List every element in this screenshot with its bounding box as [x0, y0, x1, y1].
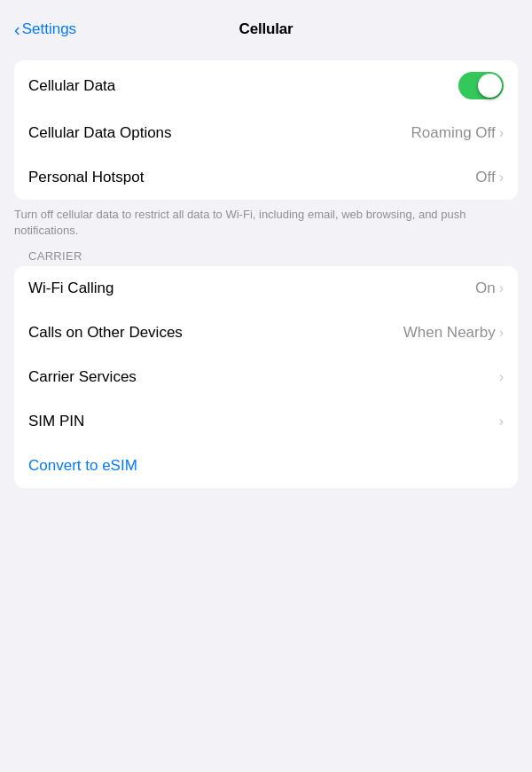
carrier-services-label: Carrier Services: [28, 368, 137, 386]
cellular-data-options-right: Roaming Off ›: [411, 124, 504, 142]
sim-pin-label: SIM PIN: [28, 413, 84, 430]
wifi-calling-row[interactable]: Wi-Fi Calling On ›: [14, 266, 518, 311]
content-area: Cellular Data Cellular Data Options Roam…: [0, 53, 532, 502]
cellular-data-row[interactable]: Cellular Data: [14, 60, 518, 111]
back-label: Settings: [22, 20, 76, 38]
back-button[interactable]: ‹ Settings: [14, 20, 76, 40]
calls-other-devices-chevron: ›: [499, 325, 504, 341]
calls-other-devices-row[interactable]: Calls on Other Devices When Nearby ›: [14, 311, 518, 355]
convert-esim-label: Convert to eSIM: [28, 457, 137, 475]
personal-hotspot-row[interactable]: Personal Hotspot Off ›: [14, 155, 518, 200]
carrier-section: Wi-Fi Calling On › Calls on Other Device…: [14, 266, 518, 488]
sim-pin-chevron: ›: [499, 414, 504, 429]
carrier-services-chevron: ›: [499, 369, 504, 385]
toggle-knob: [478, 74, 502, 98]
wifi-calling-chevron: ›: [499, 280, 504, 296]
carrier-services-right: ›: [499, 369, 504, 385]
carrier-section-header: CARRIER: [28, 249, 518, 263]
sim-pin-right: ›: [499, 414, 504, 429]
cellular-data-options-value: Roaming Off: [411, 124, 496, 142]
calls-other-devices-value: When Nearby: [403, 324, 496, 342]
sim-pin-row[interactable]: SIM PIN ›: [14, 399, 518, 444]
wifi-calling-label: Wi-Fi Calling: [28, 280, 113, 297]
wifi-calling-value: On: [475, 280, 496, 297]
personal-hotspot-label: Personal Hotspot: [28, 169, 144, 186]
cellular-data-label: Cellular Data: [28, 77, 115, 95]
personal-hotspot-chevron: ›: [499, 169, 504, 185]
personal-hotspot-value: Off: [475, 169, 495, 186]
wifi-calling-right: On ›: [475, 280, 504, 297]
page-title: Cellular: [239, 20, 293, 38]
cellular-description: Turn off cellular data to restrict all d…: [14, 207, 518, 239]
navigation-bar: ‹ Settings Cellular: [0, 0, 532, 53]
cellular-data-options-row[interactable]: Cellular Data Options Roaming Off ›: [14, 111, 518, 155]
cellular-data-toggle[interactable]: [458, 72, 504, 99]
back-chevron-icon: ‹: [14, 20, 20, 40]
convert-esim-row[interactable]: Convert to eSIM: [14, 444, 518, 488]
cellular-data-section: Cellular Data Cellular Data Options Roam…: [14, 60, 518, 200]
calls-other-devices-right: When Nearby ›: [403, 324, 504, 342]
personal-hotspot-right: Off ›: [475, 169, 504, 186]
cellular-data-options-label: Cellular Data Options: [28, 124, 172, 142]
carrier-services-row[interactable]: Carrier Services ›: [14, 355, 518, 399]
calls-other-devices-label: Calls on Other Devices: [28, 324, 183, 342]
cellular-data-options-chevron: ›: [499, 125, 504, 141]
